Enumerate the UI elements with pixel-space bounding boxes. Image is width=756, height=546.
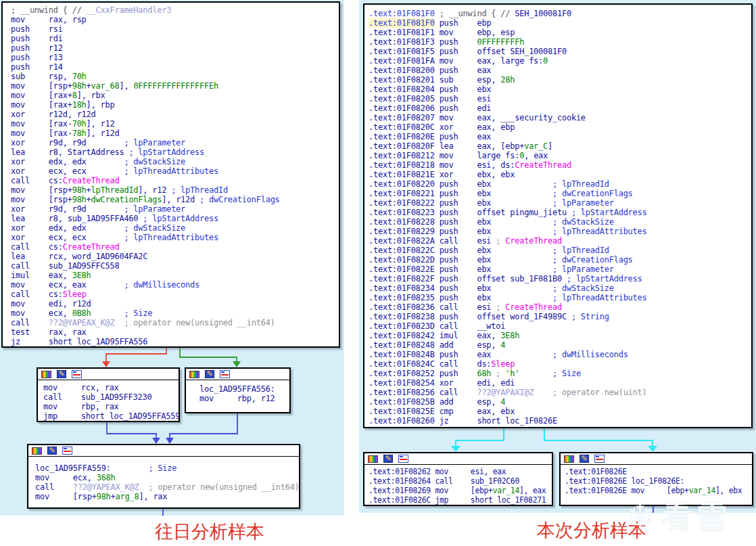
collapse-icon[interactable] — [594, 455, 605, 463]
right-sample-label: 本次分析样本 — [500, 520, 683, 541]
edit-icon[interactable]: ✎ — [580, 455, 589, 463]
collapse-icon[interactable] — [72, 370, 82, 378]
asm-line: .text:01F08236 call esi ; CreateThread — [369, 302, 751, 312]
edit-icon[interactable]: ✎ — [47, 447, 57, 455]
asm-line: sub rsp, 70h — [11, 72, 339, 81]
asm-line: test rax, rax — [11, 327, 339, 337]
asm-line: call sub_1AD95FF3230 — [43, 392, 179, 402]
asm-line: xor ecx, ecx ; lpThreadAttributes — [11, 166, 339, 176]
asm-node-left-loc-1AD95FFA556[interactable]: ✎ loc_1AD95FFA556:mov rbp, r12 — [185, 367, 291, 413]
asm-line: jz short loc_1AD95FFA556 — [11, 337, 339, 346]
asm-node-left-loc-1AD95FFA559[interactable]: ✎ loc_1AD95FFA559: ; Sizemov ecx, 368hca… — [27, 444, 300, 509]
asm-line: mov rcx, rax — [43, 383, 179, 392]
asm-line: call sub_1AD95FFC558 — [11, 261, 339, 271]
asm-line: lea rcx, word_1AD9604FA2C — [11, 252, 339, 261]
asm-line: .text:01F081F0 push ebp — [369, 18, 751, 28]
asm-line: .text:01F08260 jz short loc_1F0826E — [369, 416, 751, 426]
asm-line: call cs:CreateThread — [11, 176, 339, 185]
asm-line: mov rax, rsp — [11, 15, 339, 24]
asm-line: .text:01F08228 push ebx ; dwStackSize — [369, 217, 751, 227]
asm-line: mov edi, r12d — [11, 299, 339, 309]
asm-line: .text:01F0822A call esi ; CreateThread — [369, 236, 751, 246]
asm-line: .text:01F0820C xor eax, ebp — [369, 122, 751, 132]
edit-icon[interactable]: ✎ — [383, 455, 393, 463]
asm-node-left-call-branch[interactable]: ✎ mov rcx, raxcall sub_1AD95FF3230mov rb… — [37, 367, 180, 422]
asm-line: .text:01F0822C push ebx ; lpThreadId — [369, 246, 751, 255]
asm-line: .text:01F08262 mov esi, eax — [369, 467, 552, 476]
asm-line: xor edx, edx ; dwStackSize — [11, 223, 339, 233]
asm-line: .text:01F08242 imul eax, 3E8h — [369, 331, 751, 340]
node-toolbar: ✎ — [561, 453, 752, 465]
asm-line: mov [rax+8], rbx — [11, 91, 339, 100]
asm-line: xor r9d, r9d ; lpParameter — [11, 138, 339, 147]
asm-node-right-main[interactable]: .text:01F081F0 ; __unwind { // SEH_10008… — [363, 3, 753, 428]
asm-line: .text:01F0826E — [565, 467, 752, 476]
asm-node-left-main[interactable]: ; __unwind { // __CxxFrameHandler3mov ra… — [1, 1, 340, 348]
asm-code: loc_1AD95FFA556:mov rbp, r12 — [186, 380, 289, 403]
asm-line: lea r8, sub_1AD95FFA460 ; lpStartAddress — [11, 214, 339, 223]
asm-line: .text:01F0826E mov [ebp+var_14], ebx — [565, 486, 752, 495]
asm-line: .text:01F08238 push offset word_1F4989C … — [369, 312, 751, 321]
collapse-icon[interactable] — [220, 370, 230, 378]
palette-icon[interactable] — [189, 371, 199, 378]
asm-line: .text:01F08248 add esp, 4 — [369, 340, 751, 350]
asm-line: push r14 — [11, 62, 339, 72]
asm-node-right-loc-1F0826E[interactable]: ✎ .text:01F0826E.text:01F0826E loc_1F082… — [559, 452, 753, 506]
asm-code: ; __unwind { // __CxxFrameHandler3mov ra… — [3, 3, 339, 346]
asm-line: .text:01F081F1 mov ebp, esp — [369, 28, 751, 37]
asm-line: .text:01F08205 push esi — [369, 94, 751, 104]
asm-line: .text:01F08235 push ebx ; lpThreadAttrib… — [369, 293, 751, 302]
asm-code: loc_1AD95FFA559: ; Sizemov ecx, 368hcall… — [28, 457, 299, 501]
collapse-icon[interactable] — [398, 455, 408, 463]
asm-line: .text:01F0822F push offset sub_1F081B0 ;… — [369, 274, 751, 283]
collapse-icon[interactable] — [62, 447, 72, 455]
asm-line: ; __unwind { // __CxxFrameHandler3 — [11, 5, 339, 15]
asm-code: .text:01F08262 mov esi, eax.text:01F0826… — [364, 465, 552, 505]
asm-line: .text:01F081FA mov eax, large fs:0 — [369, 56, 751, 66]
palette-icon[interactable] — [41, 371, 51, 378]
asm-line: mov [rax-78h], r12d — [11, 129, 339, 138]
asm-line: .text:01F08218 mov esi, ds:CreateThread — [369, 160, 751, 170]
asm-line: .text:01F08204 push ebx — [369, 85, 751, 94]
edit-icon[interactable]: ✎ — [205, 370, 214, 378]
asm-line: mov rbp, rax — [43, 402, 179, 411]
asm-line: push r13 — [11, 53, 339, 62]
asm-line: loc_1AD95FFA556: — [199, 384, 289, 394]
asm-line: .text:01F08234 push ebx ; dwStackSize — [369, 283, 751, 293]
asm-line: .text:01F081F5 push offset SEH_100081F0 — [369, 47, 751, 56]
asm-line: call cs:CreateThread — [11, 242, 339, 252]
asm-line: mov [rax-70h], r12 — [11, 119, 339, 129]
node-toolbar: ✎ — [364, 453, 552, 465]
asm-line: .text:01F0825B add esp, 4 — [369, 397, 751, 407]
node-toolbar: ✎ — [38, 369, 179, 380]
asm-line: .text:01F08256 call ??2@YAPAXI@Z ; opera… — [369, 388, 751, 397]
asm-line: xor r9d, r9d ; lpParameter — [11, 204, 339, 214]
asm-node-right-fallthrough[interactable]: ✎ .text:01F08262 mov esi, eax.text:01F08… — [363, 452, 553, 506]
asm-line: .text:01F08212 mov large fs:0, eax — [369, 151, 751, 160]
asm-line: call ??2@YAPEAX_K@Z ; operator new(unsig… — [11, 318, 339, 327]
asm-line: .text:01F0820E push eax — [369, 132, 751, 141]
edit-icon[interactable]: ✎ — [57, 370, 66, 378]
asm-line: xor r12d, r12d — [11, 110, 339, 119]
palette-icon[interactable] — [32, 447, 42, 455]
asm-code: mov rcx, raxcall sub_1AD95FF3230mov rbp,… — [38, 380, 179, 421]
asm-line: mov [rsp+98h+dwCreationFlags], r12d ; dw… — [11, 195, 339, 204]
asm-line: xor ecx, ecx ; lpThreadAttributes — [11, 233, 339, 242]
node-toolbar: ✎ — [186, 369, 289, 380]
asm-line: .text:01F0826E loc_1F0826E: — [565, 476, 752, 486]
ida-graph-comparison: ; __unwind { // __CxxFrameHandler3mov ra… — [0, 0, 756, 546]
asm-line: .text:01F0825E cmp eax, ebx — [369, 407, 751, 416]
node-toolbar: ✎ — [28, 445, 299, 457]
palette-icon[interactable] — [368, 455, 378, 463]
left-sample-label: 往日分析样本 — [122, 522, 298, 542]
asm-line: imul eax, 3E8h — [11, 271, 339, 280]
asm-line: .text:01F0824B push eax ; dwMilliseconds — [369, 350, 751, 359]
asm-line: push r12 — [11, 43, 339, 53]
asm-line: .text:01F08252 push 68h ; 'h' ; Size — [369, 369, 751, 378]
asm-line: push rdi — [11, 34, 339, 43]
asm-line: .text:01F081F3 push 0FFFFFFFFh — [369, 37, 751, 47]
palette-icon[interactable] — [564, 455, 574, 463]
asm-line: .text:01F08223 push offset pingmu_jietu … — [369, 208, 751, 217]
asm-line: mov [rsp+98h+lpThreadId], r12 ; lpThread… — [11, 185, 339, 195]
asm-code: .text:01F0826E.text:01F0826E loc_1F0826E… — [561, 465, 752, 495]
